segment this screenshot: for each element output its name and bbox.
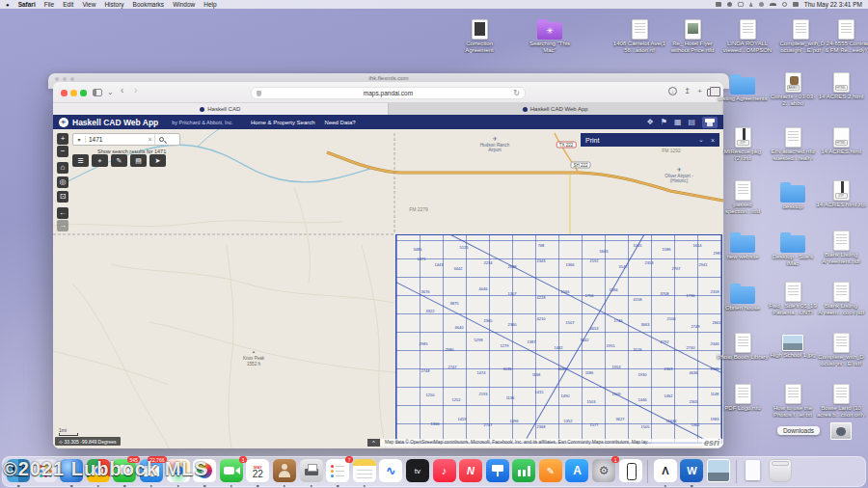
dock-item-word[interactable]: W: [680, 458, 703, 485]
dock-item-mail[interactable]: 22,766: [140, 458, 163, 485]
close-panel-icon[interactable]: ×: [711, 137, 715, 144]
address-bar[interactable]: maps.pandai.com ↻: [251, 87, 526, 99]
downloads-icon[interactable]: ↓: [668, 87, 677, 95]
dock-item-freeform[interactable]: ∿: [379, 458, 402, 485]
desktop-icon-how-to-use-the-photos-f-er-txt[interactable]: How to use the Photos f...er.txt: [766, 384, 820, 418]
dock-item-launchpad[interactable]: [34, 458, 57, 485]
share-tool-button[interactable]: ➤: [149, 154, 166, 167]
desktop-icon-14-acres-html-zip[interactable]: 14 ACRES.html.zip: [814, 180, 868, 208]
dock-item-numbers[interactable]: [512, 458, 535, 485]
bluetooth-status-icon[interactable]: [738, 2, 744, 7]
desktop-icon-obrien-house[interactable]: Obrien house: [716, 284, 770, 312]
identify-flag-icon[interactable]: ⚑: [661, 118, 667, 127]
desktop-icon-desktop[interactable]: desktop: [766, 182, 820, 210]
dock-item-calendar[interactable]: MAY22: [246, 458, 269, 485]
desktop-icon-1408-camelot-ave-1-56-ation-rtf[interactable]: 1408 Camelot Ave(1 56...ation.rtf: [612, 19, 666, 53]
tab-0[interactable]: Haskell CAD: [53, 103, 389, 115]
dock-item-pages[interactable]: ✎: [539, 458, 562, 485]
identify-tool-button[interactable]: ⌖: [92, 154, 108, 167]
zoom-window-button[interactable]: [80, 90, 87, 96]
timemachine-status-icon[interactable]: [759, 2, 764, 7]
dock-item-photo-window-thumb[interactable]: [707, 458, 730, 485]
desktop-icon-ein-attached-rtfd-suested-realty[interactable]: EIN attached.rtfd suested...realty: [766, 127, 820, 161]
desktop-icon-mirescue-pkg-2-zip[interactable]: MIRescue.pkg (2).zip: [716, 127, 770, 161]
menu-item-window[interactable]: Window: [173, 1, 195, 8]
menu-item-view[interactable]: View: [82, 1, 95, 8]
desktop-icon-listing-agreements[interactable]: Listing Agreements: [716, 74, 770, 102]
home-extent-button[interactable]: ⌂: [57, 162, 68, 174]
dock-item-reminders[interactable]: 7: [326, 458, 349, 485]
dock-item-keynote[interactable]: [486, 458, 509, 485]
desktop-icon-passed-spection-rtfd[interactable]: passed spection...rtfd: [716, 180, 770, 214]
locate-button[interactable]: ◎: [57, 176, 68, 188]
privacy-shield-icon[interactable]: [257, 91, 261, 96]
dock-item-music[interactable]: ♪: [433, 458, 456, 485]
control-center-status-icon[interactable]: [793, 2, 799, 7]
zoom-out-button[interactable]: −: [57, 146, 68, 157]
desktop-icon-14-acres-2-html[interactable]: 14 ACRES 2.html: [814, 72, 868, 100]
desktop-icon-high-school-1-jpg[interactable]: High School 1.jpg: [766, 333, 820, 359]
apple-menu-icon[interactable]: ●: [6, 2, 10, 8]
minimize-window-button[interactable]: [70, 90, 77, 96]
map-canvas[interactable]: 3485512576856631005158616142981147114433…: [53, 129, 723, 448]
dock-item-finder[interactable]: [7, 458, 30, 485]
desktop-icon-desktop-sue-s-imac[interactable]: Desktop - Sue's iMac: [766, 232, 820, 266]
desktop-icon-contacts-03-03-2-abbu[interactable]: Contacts - 03-03-2...abbu: [766, 72, 820, 106]
refresh-icon[interactable]: ↻: [513, 89, 520, 97]
print-icon[interactable]: [702, 117, 718, 128]
dock-item-messages[interactable]: 545: [113, 458, 136, 485]
desktop-icon-14-acres-html[interactable]: 14 ACRES.html: [814, 127, 868, 155]
desktop-icon-blank-listing-agreem-copy-pdf[interactable]: Blank Listing Agreem...copy.pdf: [814, 282, 868, 315]
menu-clock[interactable]: Thu May 22 3:41 PM: [804, 1, 862, 8]
menu-item-history[interactable]: History: [104, 1, 123, 8]
dock-item-system-settings[interactable]: ⚙1: [592, 458, 615, 485]
desktop-icon-d-24-6555-contract-fm-re-eedy[interactable]: D 24-6555 Contract & FM Re...eedy): [819, 19, 868, 53]
dock-item-app-store[interactable]: A: [565, 458, 588, 485]
sidebar-toggle-icon[interactable]: [93, 89, 102, 96]
dock-item-contacts[interactable]: [273, 458, 296, 485]
close-window-button[interactable]: [61, 90, 68, 96]
zoom-in-button[interactable]: +: [57, 133, 68, 145]
eject-status-icon[interactable]: [749, 2, 753, 7]
share-icon[interactable]: ↥: [684, 87, 691, 95]
forward-extent-button[interactable]: →: [57, 220, 68, 231]
desktop-icon-linda-royall-viewed-ompson[interactable]: LINDA ROYALL viewed...OMPSON: [720, 19, 774, 53]
desktop-icon-pdf-logo-rtfd[interactable]: PDF Logo.rtfd: [716, 384, 770, 412]
toolbox-icon[interactable]: ▤: [688, 118, 695, 127]
dock-item-downloads-stack[interactable]: [742, 458, 765, 485]
collapse-panel-icon[interactable]: ⌄: [698, 136, 704, 144]
desktop-icon-new-website[interactable]: new website: [716, 232, 770, 260]
dock-item-printer[interactable]: [300, 458, 323, 485]
menu-item-edit[interactable]: Edit: [63, 1, 73, 8]
search-type-dropdown[interactable]: ▾: [73, 136, 86, 143]
new-tab-icon[interactable]: +: [697, 87, 702, 95]
desktop-icon-img-washer[interactable]: [814, 422, 868, 440]
wifi-status-icon[interactable]: [770, 3, 776, 7]
dock-item-news[interactable]: N: [459, 458, 482, 485]
dock-item-apple-tv[interactable]: tv: [406, 458, 429, 485]
keyboard-status-icon[interactable]: [716, 2, 721, 7]
dock-item-chrome[interactable]: [87, 458, 110, 485]
back-button[interactable]: ‹: [121, 86, 123, 95]
desktop-icon-bowie-land-10-acres-b-ction-only[interactable]: Bowie Land (10 acres b...ction only: [814, 384, 868, 418]
tab-overview-icon[interactable]: [707, 89, 716, 96]
report-tool-button[interactable]: ▤: [130, 154, 147, 167]
menu-item-bookmarks[interactable]: Bookmarks: [133, 1, 165, 8]
layer-list-button[interactable]: ☰: [72, 154, 89, 167]
desktop-icon-correction-agreement[interactable]: Correction Agreement: [452, 19, 506, 53]
full-extent-button[interactable]: ⊡: [57, 191, 68, 203]
desktop-icon-photo-booth-library[interactable]: Photo Booth Library: [716, 333, 770, 361]
attribution-expander[interactable]: ^: [367, 439, 380, 447]
tab-1[interactable]: Haskell CAD Web App: [389, 103, 724, 115]
dock-item-notes[interactable]: [353, 458, 376, 485]
desktop-icon-searching-this-mac[interactable]: ✳Searching "This Mac": [523, 19, 577, 53]
desktop-icon-complete-with-d-ocusign-e-pdf[interactable]: Complete_with_D ocusign(...E.pdf: [814, 333, 868, 366]
desktop-icon-blank-listing-agreement-pdf[interactable]: Blank Listing Agreement.pdf: [814, 230, 868, 264]
dock-item-lambda-app[interactable]: Λ: [654, 458, 677, 485]
back-extent-button[interactable]: ←: [57, 207, 68, 219]
layers-icon[interactable]: ❖: [647, 118, 654, 127]
tab-group-chevron-icon[interactable]: ⌄: [107, 88, 114, 97]
clear-search-icon[interactable]: ×: [146, 136, 154, 143]
spotlight-status-icon[interactable]: [782, 2, 787, 7]
battery-status-icon[interactable]: [727, 2, 732, 7]
